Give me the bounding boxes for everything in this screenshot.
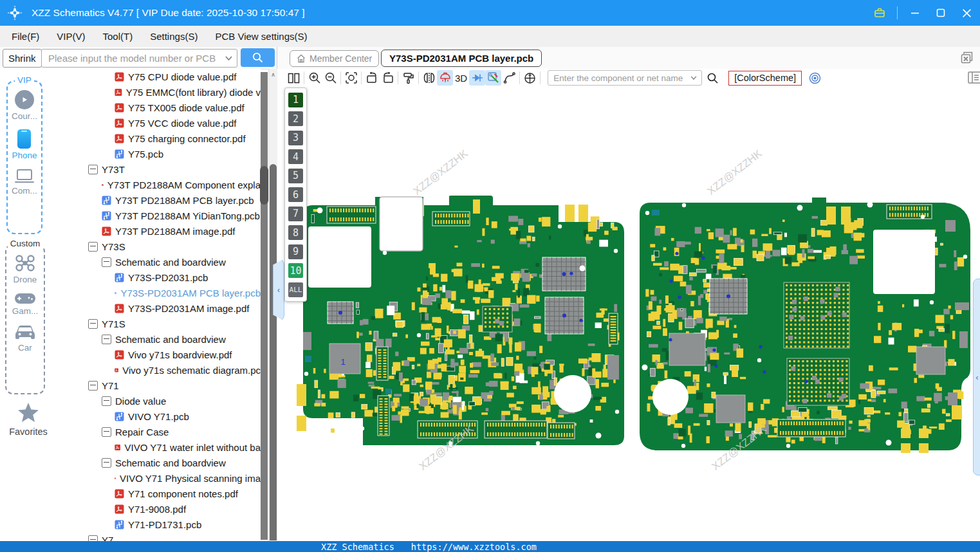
- split-view-button[interactable]: [286, 70, 302, 86]
- lamp-highlight-button[interactable]: [437, 70, 453, 86]
- zoom-in-button[interactable]: [306, 70, 322, 86]
- collapse-toggle-icon[interactable]: [88, 165, 98, 174]
- pcb-canvas[interactable]: 1 XZZ@XZZHK XZZ@XZZHK XZZ@XZZHK XZZ@XZZH…: [277, 87, 980, 541]
- layer-button-2[interactable]: 2: [288, 111, 303, 126]
- net-search-button[interactable]: [705, 70, 721, 86]
- menu-settings[interactable]: Settings(S): [150, 31, 198, 42]
- curve-tool-button[interactable]: [501, 70, 517, 86]
- member-center-tab[interactable]: Member Center: [290, 50, 379, 67]
- collapse-right-flag[interactable]: ‹: [973, 279, 980, 475]
- menu-file[interactable]: File(F): [12, 31, 39, 42]
- net-search-combo[interactable]: [548, 70, 702, 86]
- status-url[interactable]: https://www.xzztools.com: [411, 542, 537, 552]
- tree-group-row[interactable]: Schematic and boardview: [57, 254, 261, 270]
- tree-scrollbar-thumb[interactable]: [260, 166, 268, 205]
- collapse-tree-flag[interactable]: ‹: [273, 259, 284, 321]
- sidebar-item-phone[interactable]: Phone: [12, 129, 37, 160]
- sidebar-item-favorites[interactable]: Favorites: [0, 402, 57, 437]
- zoom-out-button[interactable]: [322, 70, 338, 86]
- collapse-toggle-icon[interactable]: [88, 535, 98, 542]
- sidebar-item-game[interactable]: Gam...: [12, 293, 39, 316]
- minimize-button[interactable]: [907, 5, 923, 21]
- layer-button-5[interactable]: 5: [288, 169, 303, 183]
- layer-button-all[interactable]: ALL: [288, 282, 303, 297]
- tree-file-row[interactable]: Y71 component notes.pdf: [57, 486, 261, 501]
- tree-file-row[interactable]: Y71-9008.pdf: [57, 501, 261, 517]
- tree-file-row[interactable]: Y71-PD1731.pcb: [57, 517, 261, 532]
- menu-vip[interactable]: VIP(V): [57, 31, 85, 42]
- tree-file-row[interactable]: Y75 charging connector.pdf: [57, 131, 261, 146]
- tree-group-row[interactable]: Y73T: [57, 161, 261, 177]
- collapse-toggle-icon[interactable]: [102, 257, 111, 267]
- chevron-down-icon[interactable]: [690, 76, 697, 80]
- collapse-toggle-icon[interactable]: [102, 427, 111, 437]
- close-document-icon[interactable]: [960, 51, 974, 64]
- colorscheme-button[interactable]: [ColorScheme]: [728, 71, 802, 86]
- vip-briefcase-icon[interactable]: [871, 5, 888, 21]
- layer-button-9[interactable]: 9: [288, 244, 303, 259]
- sidebar-item-course[interactable]: Cour...: [12, 90, 37, 121]
- tree-file-row[interactable]: Y73T PD2188AM PCB layer.pcb: [57, 192, 261, 208]
- tree-file-row[interactable]: Vivo y71s boardview.pdf: [57, 347, 261, 362]
- tree-file-row[interactable]: Y75 TX005 diode value.pdf: [57, 100, 261, 115]
- tree-group-row[interactable]: Diode value: [57, 393, 261, 409]
- collapse-toggle-icon[interactable]: [88, 242, 98, 252]
- paint-roller-button[interactable]: [400, 70, 416, 86]
- collapse-toggle-icon[interactable]: [102, 396, 111, 406]
- collapse-toggle-icon[interactable]: [88, 319, 98, 329]
- chevron-down-icon[interactable]: [225, 56, 232, 60]
- layer-button-8[interactable]: 8: [288, 225, 303, 240]
- layer-button-7[interactable]: 7: [288, 207, 303, 221]
- collapse-toggle-icon[interactable]: [88, 381, 98, 391]
- rotate-left-button[interactable]: [364, 70, 380, 86]
- mode-3d-button[interactable]: 3D: [453, 73, 469, 84]
- layer-button-1[interactable]: 1: [288, 93, 303, 107]
- tree-scrollbar[interactable]: [261, 72, 268, 540]
- menu-tool[interactable]: Tool(T): [103, 31, 133, 42]
- mirror-flip-button[interactable]: [421, 70, 437, 86]
- tree-file-row[interactable]: Y75.pcb: [57, 146, 261, 161]
- scroll-up-arrow[interactable]: ∧: [269, 71, 277, 78]
- model-search-button[interactable]: [241, 48, 275, 67]
- tree-file-row[interactable]: Y73S-PD2031AM PCB layer.pcb: [57, 285, 261, 300]
- model-search-input[interactable]: [42, 50, 225, 67]
- tree-file-row[interactable]: VIVO Y71 Physical scanning ima: [57, 470, 261, 486]
- pcb-viewport[interactable]: 1 XZZ@XZZHK XZZ@XZZHK XZZ@XZZHK XZZ@XZZH…: [277, 87, 980, 541]
- tree-group-row[interactable]: Y71S: [57, 316, 261, 331]
- tree-file-row[interactable]: VIVO Y71 water inlet without ba: [57, 439, 261, 455]
- tree-file-row[interactable]: Y73T PD2188AM image.pdf: [57, 223, 261, 239]
- collapse-toggle-icon[interactable]: [102, 335, 111, 344]
- tree-group-row[interactable]: Schematic and boardview: [57, 331, 261, 347]
- layer-button-4[interactable]: 4: [288, 149, 303, 164]
- menu-pcb-view-settings[interactable]: PCB View settings(S): [215, 31, 307, 42]
- maximize-button[interactable]: [932, 5, 949, 21]
- tree-file-row[interactable]: Y73S-PD2031AM image.pdf: [57, 300, 261, 316]
- sidebar-item-computer[interactable]: Com...: [12, 169, 37, 196]
- rotate-right-button[interactable]: [380, 70, 396, 86]
- model-search-combo[interactable]: [41, 49, 237, 68]
- tree-group-row[interactable]: Y7: [57, 532, 261, 541]
- layer-button-10[interactable]: 10: [288, 263, 303, 278]
- sidebar-item-car[interactable]: Car: [14, 324, 36, 353]
- tree-group-row[interactable]: Schematic and boardview: [57, 455, 261, 470]
- layer-button-3[interactable]: 3: [288, 131, 303, 145]
- fit-view-button[interactable]: [343, 70, 359, 86]
- tree-file-row[interactable]: Vivo y71s schematic diagram.pc: [57, 362, 261, 378]
- measure-probe-button[interactable]: [485, 70, 501, 86]
- side-panel-toggle-icon[interactable]: [967, 70, 980, 85]
- tree-file-row[interactable]: VIVO Y71.pcb: [57, 409, 261, 424]
- eye-visibility-button[interactable]: [807, 70, 823, 86]
- tree-file-row[interactable]: Y75 CPU diode value.pdf: [57, 69, 261, 84]
- tree-group-row[interactable]: Y71: [57, 378, 261, 393]
- tree-file-row[interactable]: Y73T PD2188AM Component expla: [57, 177, 261, 192]
- diode-direction-button[interactable]: [469, 70, 485, 86]
- layer-button-6[interactable]: 6: [288, 187, 303, 202]
- panel-scrollbar-thumb[interactable]: [270, 164, 277, 540]
- close-button[interactable]: [958, 5, 975, 21]
- collapse-toggle-icon[interactable]: [102, 458, 111, 468]
- sidebar-item-drone[interactable]: Drone: [14, 253, 37, 284]
- tree-group-row[interactable]: Y73S: [57, 239, 261, 254]
- tree-file-row[interactable]: Y73S-PD2031.pcb: [57, 270, 261, 285]
- tree-file-row[interactable]: Y73T PD2188AM YiDianTong.pcb: [57, 208, 261, 223]
- net-search-input[interactable]: [548, 71, 690, 85]
